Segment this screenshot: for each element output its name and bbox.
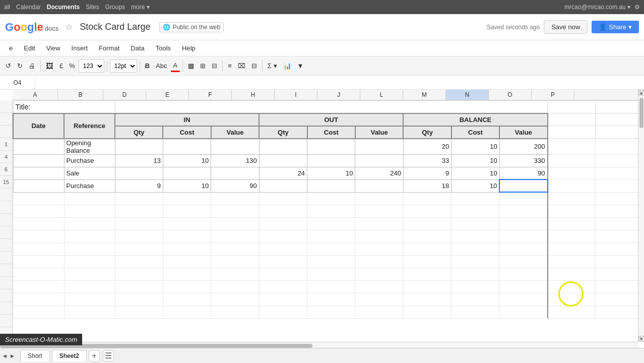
er5-e[interactable] [163,243,211,255]
row-num-e3[interactable] [0,214,12,226]
er2-d[interactable] [115,205,163,217]
er6-n[interactable] [499,255,547,268]
row-num-e10[interactable] [0,302,12,315]
p1-in-cost[interactable]: 10 [163,154,211,167]
s-in-cost[interactable] [163,167,211,179]
er10-l[interactable] [403,306,451,318]
menu-format[interactable]: Format [94,42,124,54]
menu-tools[interactable]: Tools [151,42,176,54]
er10-b[interactable] [64,306,115,318]
p1-bal-qty[interactable]: 33 [403,154,451,167]
top-nav-groups[interactable]: Groups [105,4,125,11]
er6-e[interactable] [163,255,211,268]
settings-icon[interactable]: ⚙ [634,4,640,11]
er3-j[interactable] [355,217,403,230]
p2-out-cost[interactable] [307,179,355,192]
er1-j[interactable] [355,192,403,205]
er8-b[interactable] [64,280,115,293]
p2-bal-qty[interactable]: 18 [403,179,451,192]
menu-help[interactable]: Help [177,42,201,54]
add-sheet-button[interactable]: + [89,350,100,361]
er10-m[interactable] [452,306,499,318]
ob-out-qty[interactable] [259,139,307,155]
menu-edit[interactable]: Edit [19,42,40,54]
er1-d[interactable] [115,192,163,205]
star-icon[interactable]: ☆ [66,22,73,32]
menu-view[interactable]: View [41,42,66,54]
er7-b[interactable] [64,268,115,280]
er6-a[interactable] [13,255,64,268]
col-header-h[interactable]: H [232,90,275,100]
er5-i[interactable] [307,243,355,255]
p2-bal-cost[interactable]: 10 [452,179,499,192]
image-button[interactable]: 🖼 [43,60,56,72]
er1-b[interactable] [64,192,115,205]
row-num-e6[interactable] [0,252,12,264]
top-nav-all[interactable]: all [4,4,10,11]
er1-i[interactable] [307,192,355,205]
p2-date[interactable] [13,179,64,192]
ob-bal-value[interactable]: 200 [499,139,547,155]
er9-h[interactable] [259,293,307,306]
er1-f[interactable] [211,192,259,205]
ob-out-cost[interactable] [307,139,355,155]
ob-bal-cost[interactable]: 10 [452,139,499,155]
er5-b[interactable] [64,243,115,255]
chart-button[interactable]: 📊 [281,60,294,71]
er1-l[interactable] [403,192,451,205]
er6-m[interactable] [452,255,499,268]
p1-bal-cost[interactable]: 10 [452,154,499,167]
er2-b[interactable] [64,205,115,217]
border-button[interactable]: ⊞ [198,60,208,71]
sheet-tab-sheet2[interactable]: Sheet2 [52,350,87,361]
p1-date[interactable] [13,154,64,167]
er5-m[interactable] [452,243,499,255]
save-now-button[interactable]: Save now [544,20,588,34]
s-reference[interactable]: Sale [64,167,115,179]
row-num-header2[interactable] [0,126,12,138]
align-button[interactable]: ≡ [225,60,234,71]
vertical-scrollbar[interactable]: ▲ ▼ [638,90,644,342]
col-header-i[interactable]: I [275,90,317,100]
er9-a[interactable] [13,293,64,306]
s-bal-value[interactable]: 90 [499,167,547,179]
p1-bal-value[interactable]: 330 [499,154,547,167]
er5-n[interactable] [499,243,547,255]
er7-a[interactable] [13,268,64,280]
ob-in-qty[interactable] [115,139,163,155]
er2-n[interactable] [499,205,547,217]
er8-m[interactable] [452,280,499,293]
p1-out-qty[interactable] [259,154,307,167]
top-nav-more[interactable]: more ▾ [131,4,150,11]
row-num-e5[interactable] [0,239,12,252]
er10-i[interactable] [307,306,355,318]
er8-i[interactable] [307,280,355,293]
p2-bal-value[interactable] [499,179,547,192]
er3-h[interactable] [259,217,307,230]
menu-file[interactable]: e [4,42,18,54]
er10-f[interactable] [211,306,259,318]
er3-d[interactable] [115,217,163,230]
er6-i[interactable] [307,255,355,268]
col-header-o[interactable]: O [489,90,532,100]
er4-d[interactable] [115,230,163,243]
er10-e[interactable] [163,306,211,318]
er8-l[interactable] [403,280,451,293]
row-num-e8[interactable] [0,277,12,289]
er6-d[interactable] [115,255,163,268]
er2-e[interactable] [163,205,211,217]
title-label[interactable]: Title: [13,101,115,113]
er2-h[interactable] [259,205,307,217]
row-num-15[interactable]: 15 [0,176,12,189]
er9-e[interactable] [163,293,211,306]
bold-button[interactable]: B [143,60,152,71]
s-bal-qty[interactable]: 9 [403,167,451,179]
er6-j[interactable] [355,255,403,268]
row-num-e7[interactable] [0,264,12,277]
er1-e[interactable] [163,192,211,205]
er4-b[interactable] [64,230,115,243]
er6-l[interactable] [403,255,451,268]
p1-reference[interactable]: Purchase [64,154,115,167]
col-header-d[interactable]: D [103,90,146,100]
er7-e[interactable] [163,268,211,280]
